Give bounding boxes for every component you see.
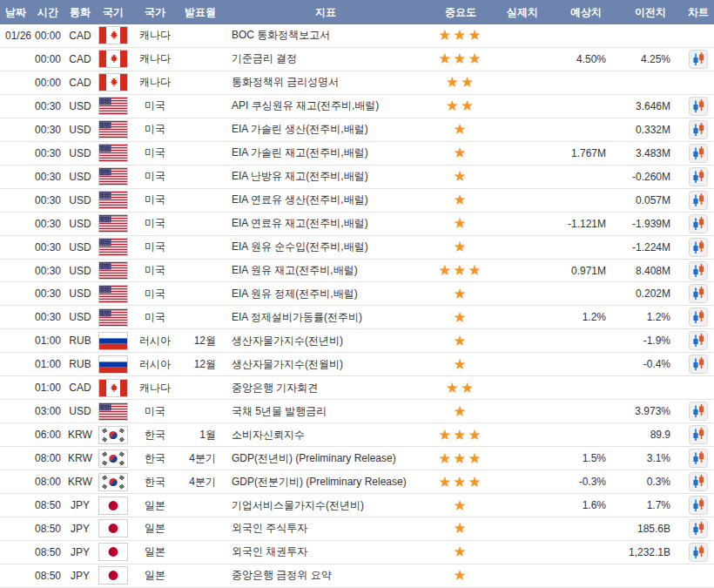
currency-cell: USD — [64, 218, 96, 230]
importance-stars: ★ — [430, 544, 491, 559]
importance-stars: ★ — [430, 240, 491, 254]
column-header-country: 국가 — [131, 5, 179, 20]
forecast-value-cell: 0.971M — [554, 265, 618, 277]
release-month-cell: 4분기 — [179, 475, 221, 490]
south-korea-flag-icon — [98, 473, 128, 491]
flag-cell — [96, 426, 131, 444]
candlestick-chart-icon[interactable] — [689, 402, 708, 421]
candlestick-chart-icon[interactable] — [689, 308, 708, 327]
flag-cell — [96, 167, 131, 186]
currency-cell: JPY — [64, 546, 96, 558]
japan-flag-icon — [98, 519, 128, 537]
candlestick-chart-icon[interactable] — [689, 261, 708, 280]
flag-cell — [96, 543, 131, 561]
event-row: 08:50 JPY 일본 외국인 채권투자 ★ 1,232.1B — [0, 541, 714, 564]
indicator-name-cell: 생산자물가지수(전년비) — [221, 334, 430, 348]
candlestick-chart-icon[interactable] — [689, 50, 708, 69]
candlestick-chart-icon[interactable] — [689, 449, 708, 468]
indicator-name-cell: 중앙은행 금정위 요약 — [221, 568, 430, 583]
country-cell: 캐나다 — [131, 381, 179, 395]
indicator-name-cell: EIA 원유 재고(전주비,배럴) — [221, 263, 430, 278]
country-cell: 미국 — [131, 122, 179, 137]
indicator-name-cell: 외국인 채권투자 — [221, 544, 430, 559]
column-header-currency: 통화 — [64, 5, 96, 20]
flag-cell — [96, 120, 131, 139]
event-row: 08:00 KRW 한국 4분기 GDP(전분기비) (Preliminary … — [0, 470, 714, 494]
candlestick-chart-icon[interactable] — [689, 425, 708, 444]
time-cell: 08:50 — [31, 523, 64, 535]
release-month-cell: 12월 — [179, 334, 221, 348]
currency-cell: USD — [64, 147, 96, 159]
indicator-name-cell: EIA 원유 순수입(전주비,배럴) — [221, 240, 430, 254]
importance-stars: ★ — [430, 287, 491, 301]
candlestick-chart-icon[interactable] — [689, 238, 708, 257]
time-cell: 01:00 — [31, 335, 64, 347]
time-cell: 08:50 — [31, 570, 64, 582]
previous-value-cell: 8.408M — [618, 265, 683, 277]
time-cell: 00:30 — [31, 218, 64, 230]
country-cell: 미국 — [131, 145, 179, 160]
japan-flag-icon — [98, 543, 128, 561]
column-header-date: 날짜 — [0, 5, 31, 20]
country-cell: 미국 — [131, 193, 179, 207]
currency-cell: USD — [64, 311, 96, 323]
date-cell: 01/26 — [0, 30, 31, 42]
time-cell: 00:30 — [31, 311, 64, 323]
indicator-name-cell: 국채 5년물 발행금리 — [221, 404, 430, 419]
previous-value-cell: 0.057M — [618, 194, 683, 206]
currency-cell: JPY — [64, 523, 96, 535]
country-cell: 캐나다 — [131, 28, 179, 43]
event-row: 08:00 KRW 한국 4분기 GDP(전년비) (Preliminary R… — [0, 447, 714, 470]
flag-cell — [96, 355, 131, 374]
candlestick-chart-icon[interactable] — [689, 191, 708, 210]
chart-cell — [683, 331, 714, 350]
candlestick-chart-icon[interactable] — [689, 97, 708, 116]
flag-cell — [96, 566, 131, 585]
time-cell: 00:30 — [31, 147, 64, 159]
event-row: 00:30 USD 미국 EIA 원유 정제(전주비,배럴) ★ 0.202M — [0, 282, 714, 306]
importance-stars: ★ — [430, 357, 491, 372]
column-header-forecast: 예상치 — [554, 5, 618, 20]
event-row: 01/26 00:00 CAD 캐나다 BOC 통화정책보고서 ★★★ — [0, 24, 714, 48]
importance-stars: ★ — [430, 122, 491, 137]
previous-value-cell: 89.9 — [618, 429, 683, 441]
candlestick-chart-icon[interactable] — [689, 519, 708, 538]
chart-cell — [683, 519, 714, 538]
chart-cell — [683, 355, 714, 374]
event-row: 08:50 JPY 일본 외국인 주식투자 ★ 185.6B — [0, 517, 714, 541]
event-row: 00:30 USD 미국 EIA 가솔린 생산(전주비,배럴) ★ 0.332M — [0, 118, 714, 142]
time-cell: 00:30 — [31, 171, 64, 183]
candlestick-chart-icon[interactable] — [689, 144, 708, 163]
event-row: 01:00 RUB 러시아 12월 생산자물가지수(전년비) ★ -1.9% — [0, 329, 714, 353]
forecast-value-cell: 4.50% — [554, 53, 618, 65]
time-cell: 00:30 — [31, 100, 64, 112]
candlestick-chart-icon[interactable] — [689, 331, 708, 350]
candlestick-chart-icon[interactable] — [689, 120, 708, 139]
currency-cell: USD — [64, 124, 96, 136]
candlestick-chart-icon[interactable] — [689, 284, 708, 303]
previous-value-cell: 3.483M — [618, 147, 683, 159]
country-cell: 러시아 — [131, 334, 179, 348]
country-cell: 미국 — [131, 263, 179, 278]
previous-value-cell: -0.4% — [618, 358, 683, 370]
indicator-name-cell: EIA 연료유 재고(전주비,배럴) — [221, 216, 430, 231]
candlestick-chart-icon[interactable] — [689, 543, 708, 562]
previous-value-cell: 1.7% — [618, 499, 683, 511]
importance-stars: ★ — [430, 310, 491, 325]
japan-flag-icon — [98, 497, 128, 515]
candlestick-chart-icon[interactable] — [689, 472, 708, 491]
candlestick-chart-icon[interactable] — [689, 167, 708, 186]
candlestick-chart-icon[interactable] — [689, 496, 708, 515]
currency-cell: USD — [64, 241, 96, 253]
flag-cell — [96, 238, 131, 256]
chart-cell — [683, 167, 714, 186]
candlestick-chart-icon[interactable] — [689, 214, 708, 233]
usa-flag-icon — [98, 214, 128, 233]
candlestick-chart-icon[interactable] — [689, 355, 708, 374]
country-cell: 미국 — [131, 98, 179, 113]
chart-cell — [683, 449, 714, 468]
indicator-name-cell: 소비자신뢰지수 — [221, 428, 430, 443]
flag-cell — [96, 308, 131, 327]
chart-cell — [683, 425, 714, 444]
event-row: 08:50 JPY 일본 중앙은행 금정위 요약 ★ — [0, 564, 714, 588]
